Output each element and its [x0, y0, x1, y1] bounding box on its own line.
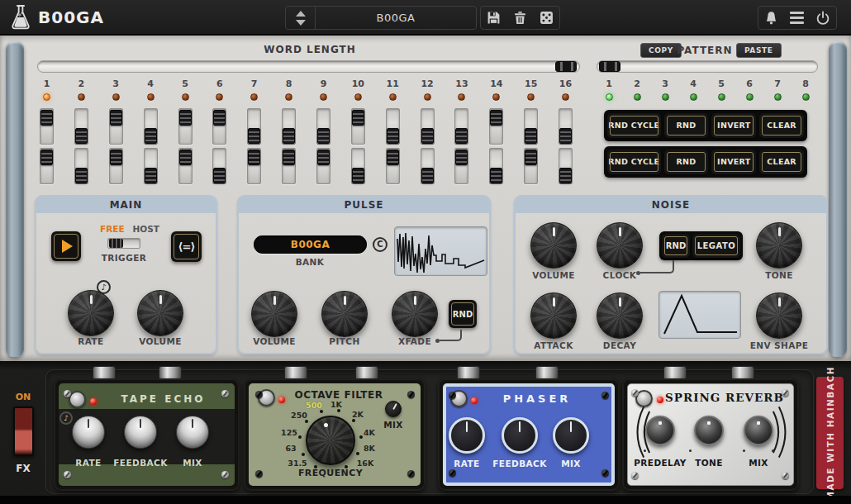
- step-slider-row2[interactable]: [454, 148, 468, 184]
- preset-prev-next-arrows[interactable]: [286, 7, 316, 29]
- noise-tone-knob[interactable]: [756, 222, 802, 269]
- phaser-mix-knob[interactable]: [553, 417, 589, 454]
- step-slider-row1[interactable]: [351, 108, 365, 145]
- preset-down-icon[interactable]: [296, 20, 306, 26]
- step-slider-row1[interactable]: [386, 108, 400, 145]
- step-slider-row2[interactable]: [316, 148, 330, 184]
- pattern-paste-button[interactable]: PASTE: [736, 43, 782, 58]
- noise-attack-knob[interactable]: [530, 292, 577, 339]
- step-slider-handle[interactable]: [283, 150, 295, 165]
- step-slider-row2[interactable]: [559, 148, 573, 184]
- rnd-button[interactable]: RND: [664, 113, 709, 138]
- step-slider-row1[interactable]: [178, 108, 193, 145]
- reverb-tone-knob[interactable]: [694, 416, 724, 445]
- step-slider-row2[interactable]: [524, 148, 538, 184]
- step-slider-handle[interactable]: [179, 110, 192, 126]
- pulse-volume-knob[interactable]: [251, 291, 297, 337]
- step-slider-row1[interactable]: [316, 108, 330, 145]
- step-slider-row1[interactable]: [109, 108, 123, 145]
- pattern-slider-handle[interactable]: [599, 61, 620, 72]
- step-slider-handle[interactable]: [283, 128, 295, 144]
- noise-clock-knob[interactable]: [597, 222, 643, 269]
- clock-rnd-button[interactable]: RND: [662, 234, 690, 258]
- step-slider-row1[interactable]: [40, 108, 54, 145]
- step-slider-row2[interactable]: [421, 148, 435, 184]
- step-slider-handle[interactable]: [559, 128, 572, 144]
- step-slider-handle[interactable]: [317, 150, 330, 165]
- noise-volume-knob[interactable]: [530, 222, 577, 269]
- preset-name[interactable]: B00GA: [316, 12, 476, 24]
- preset-up-icon[interactable]: [296, 11, 306, 17]
- step-slider-handle[interactable]: [490, 168, 502, 183]
- noise-decay-knob[interactable]: [597, 292, 643, 339]
- step-slider-row1[interactable]: [421, 108, 435, 145]
- step-slider-row2[interactable]: [178, 148, 193, 184]
- step-slider-handle[interactable]: [213, 168, 226, 183]
- step-slider-row1[interactable]: [489, 108, 503, 145]
- step-slider-row1[interactable]: [282, 108, 296, 145]
- step-slider-row1[interactable]: [212, 108, 226, 145]
- tape-echo-rate-knob[interactable]: [72, 416, 105, 449]
- midi-swap-button[interactable]: ⟨=⟩: [171, 231, 202, 262]
- step-slider-handle[interactable]: [248, 150, 260, 165]
- pattern-slider[interactable]: [597, 60, 818, 73]
- fx-on-switch[interactable]: [13, 407, 34, 456]
- step-slider-handle[interactable]: [179, 150, 192, 165]
- word-length-slider[interactable]: [37, 60, 580, 73]
- tape-echo-mix-knob[interactable]: [176, 416, 209, 449]
- step-slider-row2[interactable]: [212, 148, 226, 184]
- invert-button[interactable]: INVERT: [711, 150, 756, 174]
- pulse-xfade-knob[interactable]: [392, 291, 438, 337]
- step-slider-handle[interactable]: [352, 110, 364, 126]
- step-slider-row1[interactable]: [247, 108, 261, 145]
- step-slider-row2[interactable]: [386, 148, 400, 184]
- clear-button[interactable]: CLEAR: [759, 150, 804, 174]
- legato-button[interactable]: LEGATO: [692, 234, 740, 258]
- notifications-bell-icon[interactable]: [764, 11, 778, 26]
- rnd-cycle-button[interactable]: RND CYCLE: [607, 113, 661, 138]
- bank-display[interactable]: B00GA: [254, 235, 367, 254]
- invert-button[interactable]: INVERT: [711, 113, 756, 138]
- trigger-free-label[interactable]: FREE: [100, 224, 125, 234]
- step-slider-handle[interactable]: [455, 128, 468, 144]
- step-slider-handle[interactable]: [387, 150, 399, 165]
- trigger-host-label[interactable]: HOST: [133, 224, 159, 234]
- env-shape-knob[interactable]: [756, 292, 802, 339]
- trigger-switch-handle[interactable]: [109, 239, 123, 248]
- step-slider-row2[interactable]: [282, 148, 296, 184]
- step-slider-row1[interactable]: [524, 108, 538, 145]
- step-slider-row2[interactable]: [74, 148, 88, 184]
- menu-icon[interactable]: [790, 12, 804, 24]
- step-slider-handle[interactable]: [145, 168, 157, 183]
- step-slider-handle[interactable]: [421, 128, 434, 144]
- word-length-slider-handle[interactable]: [555, 61, 577, 72]
- reverb-predelay-knob[interactable]: [645, 416, 675, 445]
- step-slider-handle[interactable]: [525, 150, 537, 165]
- step-slider-handle[interactable]: [213, 110, 226, 126]
- step-slider-handle[interactable]: [75, 128, 88, 144]
- step-slider-handle[interactable]: [145, 128, 157, 144]
- step-slider-handle[interactable]: [352, 168, 364, 183]
- octave-mix-knob[interactable]: [385, 401, 402, 417]
- step-slider-handle[interactable]: [317, 128, 330, 144]
- step-slider-handle[interactable]: [559, 168, 572, 183]
- cycle-icon[interactable]: C: [373, 237, 387, 252]
- save-icon[interactable]: [487, 11, 501, 25]
- step-slider-row1[interactable]: [144, 108, 158, 145]
- rnd-cycle-button[interactable]: RND CYCLE: [607, 150, 661, 174]
- step-slider-row1[interactable]: [74, 108, 88, 145]
- step-slider-row2[interactable]: [144, 148, 158, 184]
- step-slider-handle[interactable]: [40, 150, 53, 165]
- step-slider-handle[interactable]: [525, 128, 537, 144]
- play-button[interactable]: [51, 231, 81, 261]
- tape-echo-bypass-button[interactable]: [69, 391, 86, 408]
- step-slider-handle[interactable]: [490, 110, 502, 126]
- xfade-rnd-button[interactable]: RND: [449, 300, 477, 328]
- preset-selector[interactable]: B00GA: [285, 6, 477, 30]
- step-slider-handle[interactable]: [40, 110, 53, 126]
- step-slider-row2[interactable]: [109, 148, 123, 184]
- power-icon[interactable]: [815, 11, 830, 26]
- step-slider-handle[interactable]: [387, 128, 399, 144]
- tape-echo-feedback-knob[interactable]: [124, 416, 157, 449]
- main-rate-knob[interactable]: [68, 290, 114, 336]
